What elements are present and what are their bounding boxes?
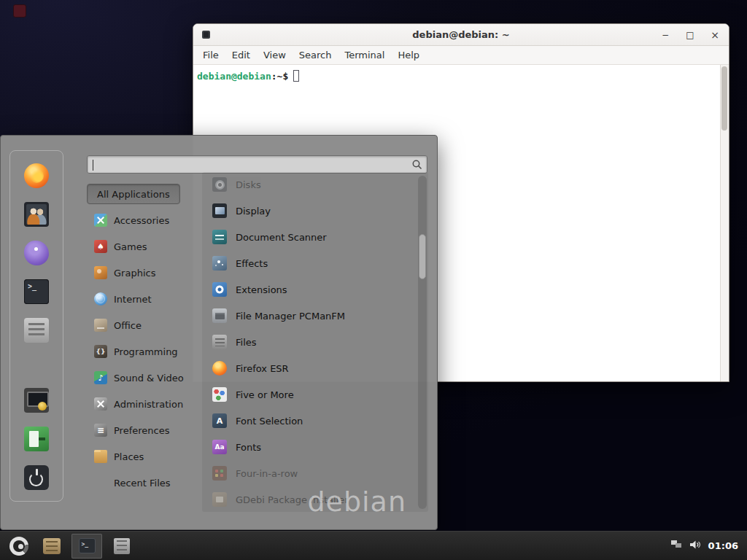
internet-icon (94, 292, 107, 306)
window-menu-icon[interactable] (202, 31, 210, 39)
app-file-manager-pcmanfm[interactable]: File Manager PCManFM (208, 303, 415, 329)
session-buttons (22, 387, 51, 491)
favorite-firefox[interactable] (22, 163, 51, 189)
menu-help[interactable]: Help (391, 47, 426, 63)
taskbar-terminal[interactable] (71, 534, 102, 559)
desktop: debian@debian: ~ − □ × FileEditViewSearc… (0, 0, 747, 560)
category-programming[interactable]: Programming (87, 338, 202, 365)
application-label: Files (236, 337, 257, 348)
application-menu: All ApplicationsAccessoriesGamesGraphics… (0, 135, 438, 530)
category-administration[interactable]: Administration (87, 391, 202, 417)
taskbar-file-manager[interactable] (36, 534, 67, 559)
menu-button[interactable] (6, 533, 32, 559)
app-gdebi-package-installer[interactable]: GDebi Package Installer (208, 486, 415, 510)
category-sound-video[interactable]: Sound & Video (87, 365, 202, 391)
application-rows: DisksDisplayDocument ScannerEffectsExten… (208, 176, 415, 510)
app-display[interactable]: Display (208, 198, 415, 224)
app-effects[interactable]: Effects (208, 250, 415, 276)
taskbar-files[interactable] (107, 534, 137, 559)
five-or-more-icon (212, 387, 227, 402)
terminal-scrollbar-thumb[interactable] (721, 66, 727, 131)
category-recent-files[interactable]: Recent Files (87, 470, 202, 496)
close-button[interactable]: × (710, 30, 720, 40)
graphics-icon (94, 266, 107, 279)
people-icon (24, 202, 49, 227)
search-icon (411, 159, 423, 173)
menu-search[interactable]: Search (293, 47, 338, 63)
document-scanner-icon (212, 230, 227, 244)
application-label: Display (236, 206, 271, 217)
logout-button[interactable] (22, 426, 51, 452)
maximize-button[interactable]: □ (685, 31, 695, 39)
app-files[interactable]: Files (208, 329, 415, 355)
category-label: All Applications (97, 189, 170, 200)
category-label: Recent Files (114, 478, 171, 489)
window-controls: − □ × (660, 30, 720, 40)
minimize-button[interactable]: − (660, 31, 670, 39)
administration-icon (94, 397, 107, 411)
menu-logo-icon (9, 537, 28, 556)
menu-search[interactable] (87, 155, 427, 174)
category-internet[interactable]: Internet (87, 286, 202, 312)
terminal-titlebar[interactable]: debian@debian: ~ − □ × (193, 24, 729, 46)
games-icon (94, 240, 107, 253)
firefox-icon (24, 163, 49, 188)
app-disks[interactable]: Disks (208, 176, 415, 198)
logout-icon (24, 427, 49, 451)
disks-icon (212, 177, 227, 192)
category-preferences[interactable]: Preferences (87, 417, 202, 443)
four-in-a-row-icon (212, 466, 227, 481)
application-label: Extensions (236, 284, 287, 295)
terminal-icon (24, 279, 49, 304)
application-label: Firefox ESR (236, 363, 289, 374)
application-label: Five or More (236, 389, 294, 400)
favorite-people[interactable] (22, 201, 51, 228)
menu-scrollbar-thumb[interactable] (419, 234, 426, 279)
pidgin-icon (24, 241, 49, 265)
terminal-scrollbar[interactable] (720, 65, 729, 381)
menu-view[interactable]: View (257, 47, 293, 63)
application-label: File Manager PCManFM (236, 311, 345, 322)
favorite-terminal[interactable] (22, 279, 51, 305)
menu-terminal[interactable]: Terminal (338, 47, 391, 63)
favorite-pidgin[interactable] (22, 240, 51, 266)
office-icon (94, 319, 107, 332)
application-label: Font Selection (236, 416, 303, 427)
lock-screen-button[interactable] (22, 387, 51, 413)
favorite-file-manager[interactable] (22, 317, 51, 343)
app-fonts[interactable]: Fonts (208, 434, 415, 460)
category-office[interactable]: Office (87, 312, 202, 338)
category-label: Office (114, 320, 142, 331)
extensions-icon (212, 282, 227, 297)
app-extensions[interactable]: Extensions (208, 276, 415, 303)
app-font-selection[interactable]: Font Selection (208, 408, 415, 434)
files-icon (212, 335, 227, 349)
menu-edit[interactable]: Edit (225, 47, 257, 63)
category-accessories[interactable]: Accessories (87, 207, 202, 233)
category-places[interactable]: Places (87, 443, 202, 470)
shutdown-button[interactable] (22, 464, 51, 491)
volume-icon[interactable] (689, 540, 701, 552)
search-input[interactable] (92, 156, 408, 173)
menu-file[interactable]: File (196, 47, 225, 63)
sound-video-icon (94, 371, 107, 384)
fonts-icon (212, 440, 227, 454)
programming-icon (94, 345, 107, 358)
taskbar-app-list (36, 534, 137, 559)
menu-scrollbar[interactable] (418, 176, 427, 509)
application-label: Disks (236, 179, 261, 190)
font-selection-icon (212, 413, 227, 428)
category-all-applications[interactable]: All Applications (87, 184, 180, 204)
category-graphics[interactable]: Graphics (87, 260, 202, 286)
preferences-icon (94, 424, 107, 437)
app-four-in-a-row[interactable]: Four-in-a-row (208, 460, 415, 486)
app-five-or-more[interactable]: Five or More (208, 381, 415, 408)
app-firefox-esr[interactable]: Firefox ESR (208, 355, 415, 381)
app-document-scanner[interactable]: Document Scanner (208, 224, 415, 250)
category-games[interactable]: Games (87, 233, 202, 260)
network-icon[interactable] (670, 540, 682, 552)
application-label: GDebi Package Installer (236, 494, 349, 505)
application-list: DisksDisplayDocument ScannerEffectsExten… (208, 176, 415, 510)
desktop-shortcut-icon[interactable] (13, 4, 26, 18)
files-icon (114, 538, 130, 554)
